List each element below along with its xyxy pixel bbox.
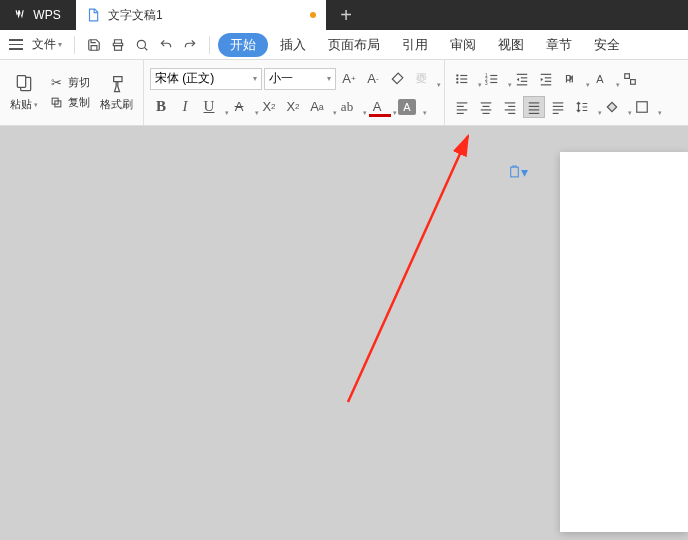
svg-rect-37 (508, 105, 515, 106)
svg-rect-20 (521, 80, 527, 81)
document-icon (86, 8, 100, 22)
increase-font-button[interactable]: A+ (338, 68, 360, 90)
document-canvas[interactable]: ▾ (0, 126, 688, 540)
svg-rect-9 (460, 74, 467, 75)
align-left-button[interactable] (451, 96, 473, 118)
svg-rect-15 (490, 74, 497, 75)
svg-rect-36 (505, 102, 516, 103)
clipboard-group: 粘贴▾ ✂剪切 复制 格式刷 (0, 60, 144, 125)
svg-rect-0 (115, 45, 122, 50)
redo-icon[interactable] (179, 34, 201, 56)
spacing-button[interactable]: ▾ (571, 96, 599, 118)
svg-rect-22 (541, 73, 552, 74)
save-icon[interactable] (83, 34, 105, 56)
svg-rect-31 (457, 112, 464, 113)
print-preview-icon[interactable] (131, 34, 153, 56)
svg-rect-38 (505, 109, 516, 110)
modified-indicator-icon (310, 12, 316, 18)
bullet-list-button[interactable]: ▾ (451, 68, 479, 90)
hamburger-menu-icon[interactable] (6, 39, 26, 50)
separator (209, 36, 210, 54)
subscript-button[interactable]: X2 (282, 96, 304, 118)
svg-rect-18 (517, 73, 528, 74)
arrange-button[interactable] (619, 68, 641, 90)
paragraph-group: ▾ 123▾ ▾ A▾ ▾ ▾ ▾ (445, 60, 665, 125)
align-right-button[interactable] (499, 96, 521, 118)
paste-button[interactable]: 粘贴▾ (6, 64, 42, 121)
svg-text:3: 3 (485, 81, 488, 86)
svg-rect-32 (481, 102, 492, 103)
svg-rect-47 (553, 112, 559, 113)
print-icon[interactable] (107, 34, 129, 56)
tab-view[interactable]: 视图 (488, 32, 534, 58)
font-size-combo[interactable]: 小一▾ (264, 68, 336, 90)
cut-button[interactable]: ✂剪切 (46, 74, 92, 92)
brand-label: WPS (0, 0, 76, 30)
menubar: 文件▾ 开始 插入 页面布局 引用 审阅 视图 章节 安全 (0, 30, 688, 60)
tab-insert[interactable]: 插入 (270, 32, 316, 58)
tab-security[interactable]: 安全 (584, 32, 630, 58)
svg-rect-19 (521, 77, 527, 78)
svg-rect-46 (553, 109, 564, 110)
svg-rect-34 (481, 109, 492, 110)
shading-icon: A (398, 99, 416, 115)
line-spacing-button[interactable]: A▾ (589, 68, 617, 90)
document-tab[interactable]: 文字文稿1 (76, 0, 326, 30)
bold-button[interactable]: B (150, 96, 172, 118)
page[interactable]: ▾ (560, 152, 688, 532)
new-tab-button[interactable]: + (326, 0, 366, 30)
decrease-font-button[interactable]: A- (362, 68, 384, 90)
align-center-button[interactable] (475, 96, 497, 118)
wps-logo-icon (15, 8, 29, 22)
tab-references[interactable]: 引用 (392, 32, 438, 58)
change-case-button[interactable]: Aa▾ (306, 96, 334, 118)
number-list-button[interactable]: 123▾ (481, 68, 509, 90)
separator (74, 36, 75, 54)
svg-rect-23 (545, 77, 551, 78)
svg-rect-21 (517, 84, 528, 85)
distribute-button[interactable] (547, 96, 569, 118)
increase-indent-button[interactable] (535, 68, 557, 90)
tab-start[interactable]: 开始 (218, 33, 268, 57)
tab-section[interactable]: 章节 (536, 32, 582, 58)
svg-point-1 (137, 40, 145, 48)
svg-rect-11 (460, 81, 467, 82)
paste-options-icon[interactable]: ▾ (508, 162, 528, 182)
border-button[interactable]: ▾ (631, 96, 659, 118)
undo-icon[interactable] (155, 34, 177, 56)
svg-rect-16 (490, 78, 497, 79)
copy-button[interactable]: 复制 (46, 94, 92, 112)
italic-button[interactable]: I (174, 96, 196, 118)
highlight-button[interactable]: A▾ (396, 96, 424, 118)
svg-rect-24 (545, 80, 551, 81)
tab-page-layout[interactable]: 页面布局 (318, 32, 390, 58)
strikethrough-button[interactable]: A▾ (228, 96, 256, 118)
align-justify-button[interactable] (523, 96, 545, 118)
phonetic-guide-button[interactable]: 夒▾ (410, 68, 438, 90)
format-painter-button[interactable]: 格式刷 (96, 64, 137, 121)
font-color-button[interactable]: A▾ (366, 96, 394, 118)
svg-rect-43 (529, 112, 540, 113)
svg-rect-28 (457, 102, 468, 103)
tab-label: 文字文稿1 (108, 7, 163, 24)
superscript-button[interactable]: X2 (258, 96, 280, 118)
char-border-button[interactable]: ab▾ (336, 96, 364, 118)
svg-rect-26 (625, 73, 630, 78)
svg-rect-42 (529, 109, 540, 110)
file-menu[interactable]: 文件▾ (28, 36, 66, 53)
svg-rect-10 (460, 78, 467, 79)
tab-review[interactable]: 审阅 (440, 32, 486, 58)
underline-button[interactable]: U▾ (198, 96, 226, 118)
svg-rect-29 (457, 105, 464, 106)
svg-rect-40 (529, 102, 540, 103)
text-direction-button[interactable]: ▾ (559, 68, 587, 90)
scissors-icon: ✂ (48, 75, 64, 91)
decrease-indent-button[interactable] (511, 68, 533, 90)
svg-point-6 (456, 74, 458, 76)
clear-format-button[interactable] (386, 68, 408, 90)
svg-rect-39 (508, 112, 515, 113)
font-family-combo[interactable]: 宋体 (正文)▾ (150, 68, 262, 90)
shading-button[interactable]: ▾ (601, 96, 629, 118)
svg-rect-35 (483, 112, 490, 113)
copy-icon (48, 95, 64, 111)
